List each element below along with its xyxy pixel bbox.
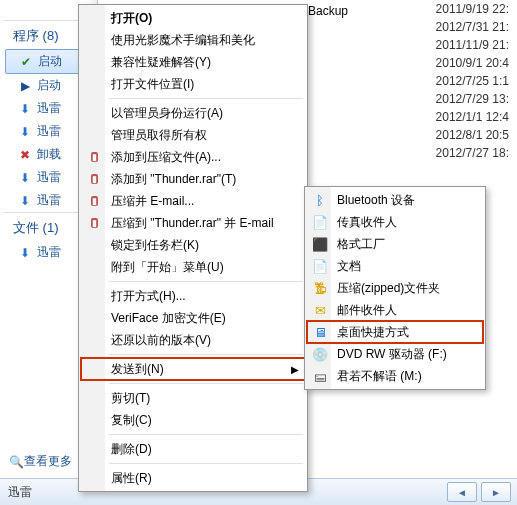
submenu-item-label: 格式工厂 bbox=[337, 236, 385, 253]
menu-item[interactable]: 打开(O) bbox=[81, 7, 305, 29]
menu-separator bbox=[109, 354, 303, 355]
submenu-item[interactable]: ᛒBluetooth 设备 bbox=[307, 189, 483, 211]
menu-item[interactable]: 锁定到任务栏(K) bbox=[81, 234, 305, 256]
menu-item[interactable]: 删除(D) bbox=[81, 438, 305, 460]
nav-back-button[interactable]: ◄ bbox=[447, 482, 477, 502]
submenu-item-label: Bluetooth 设备 bbox=[337, 192, 415, 209]
menu-item-label: 剪切(T) bbox=[111, 390, 150, 407]
menu-item[interactable]: 管理员取得所有权 bbox=[81, 124, 305, 146]
menu-separator bbox=[109, 383, 303, 384]
menu-item[interactable]: 还原以前的版本(V) bbox=[81, 329, 305, 351]
menu-item[interactable]: ▮压缩到 "Thunder.rar" 并 E-mail bbox=[81, 212, 305, 234]
menu-item[interactable]: 兼容性疑难解答(Y) bbox=[81, 51, 305, 73]
menu-item-label: 属性(R) bbox=[111, 470, 152, 487]
menu-item-label: 还原以前的版本(V) bbox=[111, 332, 211, 349]
document-icon: 📄 bbox=[311, 213, 329, 231]
bluetooth-icon: ᛒ bbox=[311, 191, 329, 209]
zip-icon: 🗜 bbox=[311, 279, 329, 297]
app-icon: ⬇ bbox=[17, 124, 33, 140]
menu-item-label: 复制(C) bbox=[111, 412, 152, 429]
menu-item[interactable]: 打开方式(H)... bbox=[81, 285, 305, 307]
menu-item[interactable]: 使用光影魔术手编辑和美化 bbox=[81, 29, 305, 51]
menu-item-label: 打开文件位置(I) bbox=[111, 76, 194, 93]
menu-item[interactable]: 以管理员身份运行(A) bbox=[81, 102, 305, 124]
menu-separator bbox=[109, 98, 303, 99]
app-icon: ⬇ bbox=[17, 193, 33, 209]
submenu-item-label: 邮件收件人 bbox=[337, 302, 397, 319]
menu-item-label: VeriFace 加密文件(E) bbox=[111, 310, 226, 327]
submenu-item-label: 压缩(zipped)文件夹 bbox=[337, 280, 440, 297]
dvd-icon: 💿 bbox=[311, 345, 329, 363]
mail-icon: ✉ bbox=[311, 301, 329, 319]
menu-item[interactable]: ▮添加到 "Thunder.rar"(T) bbox=[81, 168, 305, 190]
rar-icon: ▮ bbox=[91, 218, 98, 228]
menu-item-label: 压缩到 "Thunder.rar" 并 E-mail bbox=[111, 215, 274, 232]
menu-item[interactable]: 复制(C) bbox=[81, 409, 305, 431]
submenu-item-label: 君若不解语 (M:) bbox=[337, 368, 422, 385]
menu-item[interactable]: 附到「开始」菜单(U) bbox=[81, 256, 305, 278]
rar-icon: ▮ bbox=[91, 174, 98, 184]
submenu-item[interactable]: ✉邮件收件人 bbox=[307, 299, 483, 321]
menu-item-label: 打开(O) bbox=[111, 10, 152, 27]
app-icon: ▶ bbox=[17, 78, 33, 94]
submenu-item[interactable]: 🗜压缩(zipped)文件夹 bbox=[307, 277, 483, 299]
menu-item-label: 压缩并 E-mail... bbox=[111, 193, 194, 210]
see-more-link[interactable]: 🔍 查看更多 bbox=[9, 453, 72, 470]
menu-item-label: 删除(D) bbox=[111, 441, 152, 458]
submenu-item-label: 桌面快捷方式 bbox=[337, 324, 409, 341]
menu-item-label: 使用光影魔术手编辑和美化 bbox=[111, 32, 255, 49]
menu-item-label: 锁定到任务栏(K) bbox=[111, 237, 199, 254]
app-icon: ✔ bbox=[18, 54, 34, 70]
app-icon: ⬇ bbox=[17, 101, 33, 117]
submenu-item[interactable]: 📄传真收件人 bbox=[307, 211, 483, 233]
menu-item-label: 兼容性疑难解答(Y) bbox=[111, 54, 211, 71]
menu-item-label: 以管理员身份运行(A) bbox=[111, 105, 223, 122]
app-icon: ✖ bbox=[17, 147, 33, 163]
menu-item[interactable]: 剪切(T) bbox=[81, 387, 305, 409]
rar-icon: ▮ bbox=[91, 196, 98, 206]
submenu-item[interactable]: 📄文档 bbox=[307, 255, 483, 277]
submenu-item[interactable]: 🖥桌面快捷方式 bbox=[307, 321, 483, 343]
menu-item-label: 添加到 "Thunder.rar"(T) bbox=[111, 171, 236, 188]
nav-forward-button[interactable]: ► bbox=[481, 482, 511, 502]
menu-item-label: 打开方式(H)... bbox=[111, 288, 186, 305]
menu-item[interactable]: 打开文件位置(I) bbox=[81, 73, 305, 95]
context-menu: 打开(O)使用光影魔术手编辑和美化兼容性疑难解答(Y)打开文件位置(I)以管理员… bbox=[78, 4, 308, 492]
submenu-item-label: 文档 bbox=[337, 258, 361, 275]
search-icon: 🔍 bbox=[9, 455, 24, 469]
menu-item-label: 管理员取得所有权 bbox=[111, 127, 207, 144]
menu-item-label: 附到「开始」菜单(U) bbox=[111, 259, 224, 276]
menu-item-label: 发送到(N) bbox=[111, 361, 164, 378]
menu-item[interactable]: ▮添加到压缩文件(A)... bbox=[81, 146, 305, 168]
menu-separator bbox=[109, 463, 303, 464]
menu-item-label: 添加到压缩文件(A)... bbox=[111, 149, 221, 166]
submenu-item[interactable]: 💿DVD RW 驱动器 (F:) bbox=[307, 343, 483, 365]
sendto-submenu: ᛒBluetooth 设备📄传真收件人⬛格式工厂📄文档🗜压缩(zipped)文件… bbox=[304, 186, 486, 390]
submenu-item[interactable]: 🖴君若不解语 (M:) bbox=[307, 365, 483, 387]
submenu-item-label: DVD RW 驱动器 (F:) bbox=[337, 346, 447, 363]
taskbar-search-label[interactable]: 迅雷 bbox=[8, 484, 32, 501]
desktop-icon: 🖥 bbox=[311, 323, 329, 341]
drive-icon: 🖴 bbox=[311, 367, 329, 385]
document-icon: 📄 bbox=[311, 257, 329, 275]
menu-separator bbox=[109, 281, 303, 282]
menu-item[interactable]: ▮压缩并 E-mail... bbox=[81, 190, 305, 212]
submenu-arrow-icon: ▶ bbox=[291, 364, 299, 375]
app-icon: ⬇ bbox=[17, 170, 33, 186]
app-icon: ⬇ bbox=[17, 245, 33, 261]
rar-icon: ▮ bbox=[91, 152, 98, 162]
date-column: 2011/9/19 22:2012/7/31 21: 2011/11/9 21:… bbox=[436, 2, 509, 164]
format-factory-icon: ⬛ bbox=[311, 235, 329, 253]
menu-item[interactable]: 发送到(N)▶ bbox=[81, 358, 305, 380]
menu-separator bbox=[109, 434, 303, 435]
menu-item[interactable]: VeriFace 加密文件(E) bbox=[81, 307, 305, 329]
menu-item[interactable]: 属性(R) bbox=[81, 467, 305, 489]
submenu-item-label: 传真收件人 bbox=[337, 214, 397, 231]
submenu-item[interactable]: ⬛格式工厂 bbox=[307, 233, 483, 255]
